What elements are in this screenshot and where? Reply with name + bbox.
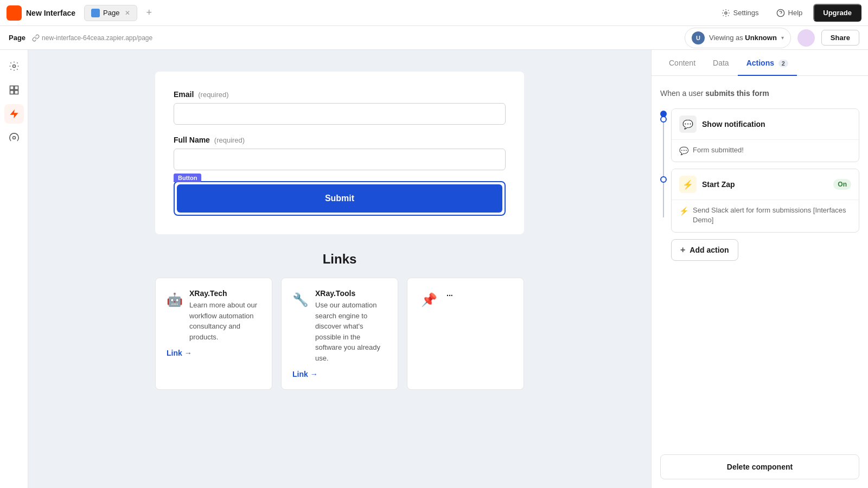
svg-rect-5 [10, 91, 14, 94]
viewing-as-badge[interactable]: U Viewing as Unknown ▾ [685, 28, 791, 48]
action-card-1-header: ⚡ Start Zap On [672, 169, 859, 200]
link-card-2-top: 📌 ... [418, 289, 513, 311]
form-component: Email (required) Full Name (required) Bu… [155, 72, 524, 234]
actions-count-badge: 2 [778, 60, 788, 67]
action-node-1: ⚡ Start Zap On ⚡ Send Slack alert for fo… [671, 169, 859, 232]
action-body-1-icon: ⚡ [679, 207, 688, 215]
panel-tab-content[interactable]: Content [660, 50, 704, 76]
trigger-description: When a user submits this form [660, 89, 859, 98]
fullname-field-group: Full Name (required) [174, 136, 506, 170]
links-grid: 🤖 XRay.Tech Learn more about our workflo… [155, 278, 524, 390]
sidebar-zap-icon[interactable] [4, 104, 24, 124]
sidebar-settings-icon[interactable] [4, 56, 24, 76]
panel-tabs: Content Data Actions 2 [652, 50, 868, 76]
sidebar-layout-icon[interactable] [4, 80, 24, 100]
panel-tab-actions[interactable]: Actions 2 [738, 50, 797, 76]
link-card-0-icon: 🤖 [167, 289, 183, 311]
svg-rect-6 [14, 91, 18, 94]
action-card-1-title: Start Zap [702, 180, 828, 189]
settings-icon [722, 9, 730, 17]
on-badge: On [833, 179, 851, 190]
link-card-1-link[interactable]: Link → [292, 370, 387, 378]
link-card-0-title: XRay.Tech [189, 289, 261, 298]
action-node-0-dot [660, 116, 667, 123]
action-card-0-body: 💬 Form submitted! [672, 139, 859, 162]
link-card-0-link[interactable]: Link → [167, 349, 261, 357]
action-flow: 💬 Show notification 💬 Form submitted! [660, 108, 859, 261]
link-card-1: 🔧 XRay.Tools Use our automation search e… [281, 278, 398, 390]
settings-nav-label: Settings [733, 9, 759, 17]
link-card-2: 📌 ... [407, 278, 524, 390]
add-action-button[interactable]: + Add action [671, 239, 738, 261]
sidebar-tools-icon[interactable] [4, 128, 24, 147]
tab-page-icon [91, 9, 100, 17]
app-logo [7, 5, 22, 21]
link-card-1-icon: 🔧 [292, 289, 309, 311]
button-wrapper: Submit [174, 181, 506, 216]
action-body-1-text: Send Slack alert for form submissions [I… [693, 206, 851, 225]
app-title: New Interface [26, 9, 75, 17]
action-card-1-icon: ⚡ [679, 176, 697, 193]
user-avatar: U [692, 31, 705, 44]
second-toolbar: Page new-interface-64ceaa.zapier.app/pag… [0, 26, 868, 50]
help-icon [776, 9, 785, 17]
top-nav: New Interface Page ✕ + Settings Help Upg… [0, 0, 868, 26]
chevron-down-icon: ▾ [781, 35, 784, 41]
email-field-label: Email (required) [174, 90, 506, 99]
help-nav-button[interactable]: Help [770, 5, 809, 21]
tab-add-button[interactable]: + [142, 5, 156, 21]
action-card-0[interactable]: 💬 Show notification 💬 Form submitted! [671, 108, 859, 162]
tab-close-button[interactable]: ✕ [125, 9, 130, 17]
page-url: new-interface-64ceaa.zapier.app/page [32, 34, 152, 42]
action-body-0-icon: 💬 [679, 146, 688, 155]
delete-component-button[interactable]: Delete component [660, 454, 859, 479]
canvas-content: Email (required) Full Name (required) Bu… [155, 72, 524, 488]
fullname-field-label: Full Name (required) [174, 136, 506, 144]
settings-nav-button[interactable]: Settings [715, 5, 765, 21]
link-card-2-icon: 📌 [418, 289, 440, 311]
right-panel: Content Data Actions 2 When a user submi… [651, 50, 868, 488]
svg-rect-3 [10, 86, 14, 90]
share-button[interactable]: Share [821, 30, 859, 46]
add-action-plus-icon: + [680, 245, 685, 255]
links-section: Links 🤖 XRay.Tech Learn more about our w… [155, 234, 524, 390]
action-node-1-dot [660, 176, 667, 183]
trigger-prefix: When a user [660, 89, 703, 98]
button-tag: Button [174, 174, 201, 182]
svg-marker-7 [10, 110, 18, 119]
link-card-1-top: 🔧 XRay.Tools Use our automation search e… [292, 289, 387, 363]
link-card-0-desc: Learn more about our workflow automation… [189, 300, 261, 342]
link-card-1-title: XRay.Tools [315, 289, 387, 298]
email-input[interactable] [174, 103, 506, 125]
fullname-input[interactable] [174, 149, 506, 170]
tab-page[interactable]: Page ✕ [84, 5, 137, 21]
action-card-0-title: Show notification [702, 120, 851, 129]
panel-tab-data[interactable]: Data [704, 50, 738, 76]
action-card-1[interactable]: ⚡ Start Zap On ⚡ Send Slack alert for fo… [671, 169, 859, 232]
help-nav-label: Help [788, 9, 803, 17]
user-profile-avatar[interactable] [797, 29, 815, 47]
trigger-action-text: submits this form [705, 89, 769, 98]
link-card-1-desc: Use our automation search engine to disc… [315, 300, 387, 363]
svg-point-2 [12, 65, 15, 68]
upgrade-button[interactable]: Upgrade [813, 4, 861, 22]
current-page-label: Page [9, 34, 25, 42]
viewing-text: Viewing as Unknown [709, 34, 777, 42]
tab-page-label: Page [103, 9, 119, 17]
action-card-0-header: 💬 Show notification [672, 109, 859, 139]
email-required-tag: (required) [198, 91, 228, 99]
action-card-1-body: ⚡ Send Slack alert for form submissions … [672, 200, 859, 232]
link-card-0-top: 🤖 XRay.Tech Learn more about our workflo… [167, 289, 261, 342]
svg-rect-4 [14, 86, 18, 90]
action-card-0-icon: 💬 [679, 115, 697, 133]
canvas-area: Email (required) Full Name (required) Bu… [28, 50, 651, 488]
link-icon [32, 34, 40, 42]
links-title: Links [155, 252, 524, 267]
link-card-0: 🤖 XRay.Tech Learn more about our workflo… [155, 278, 272, 390]
submit-button[interactable]: Submit [177, 184, 502, 213]
action-node-0: 💬 Show notification 💬 Form submitted! [671, 108, 859, 162]
link-card-2-title: ... [446, 289, 453, 298]
email-field-group: Email (required) [174, 90, 506, 125]
flow-line [663, 113, 664, 217]
fullname-required-tag: (required) [214, 136, 245, 144]
